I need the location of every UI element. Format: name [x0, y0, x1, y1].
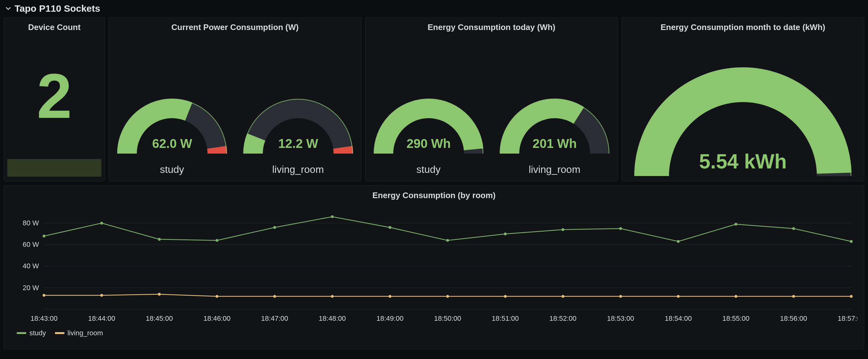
panel-title: Device Count: [4, 23, 104, 32]
svg-point-39: [619, 295, 622, 298]
svg-point-16: [158, 238, 161, 241]
svg-point-20: [389, 226, 391, 229]
svg-point-37: [504, 295, 507, 298]
svg-text:290 Wh: 290 Wh: [406, 137, 451, 150]
svg-text:18:43:00: 18:43:00: [30, 315, 58, 322]
svg-point-38: [562, 295, 564, 298]
gauge-label: study: [416, 164, 440, 175]
svg-text:18:48:00: 18:48:00: [319, 315, 346, 322]
panel-title: Energy Consumption today (Wh): [366, 23, 618, 32]
row-title: Tapo P110 Sockets: [14, 3, 100, 14]
svg-point-41: [734, 295, 737, 298]
gauge-icon: 201 Wh: [498, 80, 612, 155]
svg-point-31: [158, 293, 161, 296]
panel-title: Energy Consumption month to date (kWh): [622, 23, 864, 32]
svg-point-43: [850, 295, 852, 298]
svg-point-17: [215, 239, 218, 242]
legend-item-study[interactable]: study: [17, 329, 46, 337]
svg-point-23: [562, 228, 564, 231]
legend-swatch: [55, 332, 64, 334]
svg-point-33: [273, 295, 276, 298]
svg-point-35: [389, 295, 391, 298]
gauge-study: 62.0 W study: [115, 80, 229, 175]
legend-label: study: [29, 329, 46, 337]
legend-label: living_room: [68, 329, 103, 337]
panel-title: Current Power Consumption (W): [109, 23, 361, 32]
svg-point-14: [43, 235, 45, 238]
panel-device-count[interactable]: Device Count 2: [4, 17, 105, 181]
panel-energy-today[interactable]: Energy Consumption today (Wh) 290 Wh stu…: [365, 17, 618, 181]
gauge-living-room: 12.2 W living_room: [241, 80, 355, 175]
svg-text:18:52:00: 18:52:00: [549, 315, 577, 322]
svg-text:12.2 W: 12.2 W: [278, 137, 318, 150]
svg-text:18:55:00: 18:55:00: [722, 315, 749, 322]
svg-point-28: [850, 240, 852, 243]
svg-text:5.54 kWh: 5.54 kWh: [699, 150, 786, 173]
line-chart: 20 W40 W60 W80 W18:43:0018:44:0018:45:00…: [9, 206, 858, 326]
svg-text:18:46:00: 18:46:00: [204, 315, 230, 322]
stat-sparkline: [7, 159, 101, 177]
gauge-icon: 12.2 W: [241, 80, 355, 155]
row-header[interactable]: Tapo P110 Sockets: [4, 1, 864, 17]
svg-text:18:53:00: 18:53:00: [607, 315, 634, 322]
svg-point-21: [446, 239, 449, 242]
svg-text:62.0 W: 62.0 W: [152, 137, 192, 150]
svg-point-42: [792, 295, 795, 298]
svg-point-30: [100, 294, 103, 297]
svg-text:18:49:00: 18:49:00: [376, 315, 404, 322]
svg-point-19: [331, 215, 334, 218]
svg-text:18:44:00: 18:44:00: [88, 315, 115, 322]
gauge-icon: 62.0 W: [115, 80, 229, 155]
legend-swatch: [17, 332, 26, 334]
svg-point-40: [677, 295, 680, 298]
svg-text:201 Wh: 201 Wh: [532, 137, 577, 150]
gauge-living-room: 201 Wh living_room: [498, 80, 612, 175]
panel-current-power[interactable]: Current Power Consumption (W) 62.0 W stu…: [108, 17, 361, 181]
device-count-value: 2: [37, 64, 72, 128]
panel-energy-by-room[interactable]: Energy Consumption (by room) 20 W40 W60 …: [4, 185, 864, 350]
svg-text:18:51:00: 18:51:00: [492, 315, 519, 322]
svg-text:18:50:00: 18:50:00: [434, 315, 461, 322]
gauge-study: 290 Wh study: [372, 80, 486, 175]
gauge-icon: 5.54 kWh: [632, 52, 854, 178]
panel-energy-month[interactable]: Energy Consumption month to date (kWh) 5…: [622, 17, 864, 181]
svg-text:80 W: 80 W: [23, 219, 39, 227]
svg-point-32: [215, 295, 218, 298]
svg-text:18:47:00: 18:47:00: [261, 315, 288, 322]
legend-item-living_room[interactable]: living_room: [55, 329, 103, 337]
svg-point-36: [446, 295, 449, 298]
gauge-label: study: [160, 164, 184, 175]
svg-point-25: [677, 240, 680, 243]
svg-point-22: [504, 233, 507, 235]
chart-legend: study living_room: [4, 329, 864, 341]
svg-point-24: [619, 227, 622, 230]
panel-title: Energy Consumption (by room): [4, 185, 864, 200]
svg-point-34: [331, 295, 334, 298]
svg-text:18:57:00: 18:57:00: [838, 315, 858, 322]
svg-point-27: [792, 227, 795, 230]
chevron-down-icon: [5, 5, 11, 12]
svg-text:60 W: 60 W: [23, 240, 39, 248]
svg-point-18: [273, 226, 276, 229]
svg-point-15: [100, 222, 103, 225]
svg-text:40 W: 40 W: [23, 262, 39, 270]
gauge-label: living_room: [529, 164, 581, 175]
svg-point-26: [734, 223, 737, 226]
svg-text:18:54:00: 18:54:00: [664, 315, 692, 322]
gauge-icon: 290 Wh: [372, 80, 486, 155]
svg-point-29: [43, 294, 45, 297]
gauge-label: living_room: [272, 164, 324, 175]
svg-text:20 W: 20 W: [23, 284, 39, 292]
svg-text:18:56:00: 18:56:00: [780, 315, 807, 322]
svg-text:18:45:00: 18:45:00: [146, 315, 173, 322]
